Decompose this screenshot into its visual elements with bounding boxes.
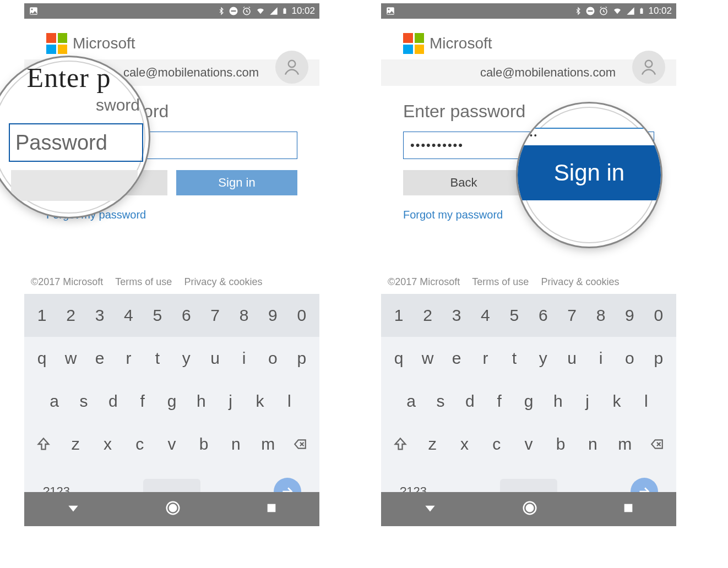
account-email: cale@mobilenations.com [123, 65, 259, 80]
account-row: cale@mobilenations.com [381, 59, 676, 86]
key-2[interactable]: 2 [56, 299, 85, 331]
key-b[interactable]: b [188, 428, 220, 460]
key-r[interactable]: r [114, 342, 143, 374]
signal-icon [269, 7, 278, 15]
backspace-key[interactable] [641, 430, 673, 458]
key-q[interactable]: q [384, 342, 413, 374]
key-q[interactable]: q [28, 342, 56, 374]
nav-back-icon[interactable] [423, 501, 437, 517]
forgot-password-link[interactable]: Forgot my password [403, 209, 503, 221]
key-y[interactable]: y [172, 342, 200, 374]
key-c[interactable]: c [124, 428, 156, 460]
key-m[interactable]: m [252, 428, 284, 460]
key-6[interactable]: 6 [529, 299, 557, 331]
key-c[interactable]: c [481, 428, 513, 460]
key-1[interactable]: 1 [384, 299, 413, 331]
key-n[interactable]: n [220, 428, 252, 460]
nav-home-icon[interactable] [521, 500, 538, 518]
key-g[interactable]: g [157, 385, 186, 417]
key-f[interactable]: f [485, 385, 514, 417]
nav-back-icon[interactable] [66, 501, 80, 517]
key-k[interactable]: k [245, 385, 274, 417]
key-1[interactable]: 1 [28, 299, 56, 331]
key-2[interactable]: 2 [413, 299, 442, 331]
footer-privacy-link[interactable]: Privacy & cookies [541, 276, 619, 288]
key-w[interactable]: w [413, 342, 442, 374]
back-button[interactable]: Back [403, 170, 524, 195]
key-n[interactable]: n [577, 428, 609, 460]
key-g[interactable]: g [514, 385, 543, 417]
key-x[interactable]: x [91, 428, 123, 460]
key-h[interactable]: h [187, 385, 216, 417]
key-z[interactable]: z [59, 428, 91, 460]
key-y[interactable]: y [529, 342, 557, 374]
key-p[interactable]: p [644, 342, 673, 374]
key-v[interactable]: v [156, 428, 188, 460]
key-8[interactable]: 8 [230, 299, 258, 331]
key-u[interactable]: u [200, 342, 229, 374]
key-a[interactable]: a [396, 385, 426, 417]
key-9[interactable]: 9 [615, 299, 644, 331]
status-bar: 10:02 [24, 3, 319, 19]
shift-key[interactable] [28, 430, 59, 458]
nav-recent-icon[interactable] [622, 502, 634, 516]
key-v[interactable]: v [513, 428, 545, 460]
key-e[interactable]: e [442, 342, 471, 374]
key-3[interactable]: 3 [85, 299, 114, 331]
key-5[interactable]: 5 [143, 299, 172, 331]
key-f[interactable]: f [128, 385, 157, 417]
key-e[interactable]: e [85, 342, 114, 374]
key-k[interactable]: k [602, 385, 631, 417]
key-z[interactable]: z [416, 428, 448, 460]
svg-rect-17 [641, 8, 642, 9]
footer-terms-link[interactable]: Terms of use [115, 276, 172, 288]
key-9[interactable]: 9 [258, 299, 287, 331]
key-d[interactable]: d [99, 385, 128, 417]
key-h[interactable]: h [544, 385, 573, 417]
key-j[interactable]: j [216, 385, 245, 417]
key-l[interactable]: l [275, 385, 304, 417]
nav-recent-icon[interactable] [265, 502, 278, 516]
key-7[interactable]: 7 [200, 299, 229, 331]
status-bar: 10:02 [381, 3, 676, 19]
shift-key[interactable] [384, 430, 416, 458]
key-4[interactable]: 4 [114, 299, 143, 331]
key-4[interactable]: 4 [471, 299, 499, 331]
keyboard-row-3: z x c v b n m [24, 423, 319, 466]
key-o[interactable]: o [258, 342, 287, 374]
key-m[interactable]: m [609, 428, 641, 460]
key-s[interactable]: s [426, 385, 455, 417]
footer-terms-link[interactable]: Terms of use [472, 276, 529, 288]
key-i[interactable]: i [230, 342, 258, 374]
key-u[interactable]: u [557, 342, 586, 374]
keyboard: 1 2 3 4 5 6 7 8 9 0 q w e r t y u i o p … [24, 294, 319, 492]
key-0[interactable]: 0 [644, 299, 673, 331]
key-s[interactable]: s [69, 385, 98, 417]
signin-button[interactable]: Sign in [176, 170, 297, 195]
nav-home-icon[interactable] [165, 500, 181, 518]
key-o[interactable]: o [615, 342, 644, 374]
key-j[interactable]: j [573, 385, 602, 417]
key-w[interactable]: w [56, 342, 85, 374]
key-t[interactable]: t [500, 342, 529, 374]
key-a[interactable]: a [40, 385, 69, 417]
key-0[interactable]: 0 [287, 299, 316, 331]
microsoft-logo-icon [403, 33, 424, 54]
signal-icon [626, 7, 635, 15]
key-b[interactable]: b [545, 428, 577, 460]
key-d[interactable]: d [455, 385, 485, 417]
key-7[interactable]: 7 [557, 299, 586, 331]
backspace-key[interactable] [284, 430, 316, 458]
key-p[interactable]: p [287, 342, 316, 374]
key-6[interactable]: 6 [172, 299, 200, 331]
key-i[interactable]: i [586, 342, 615, 374]
key-3[interactable]: 3 [442, 299, 471, 331]
key-t[interactable]: t [143, 342, 172, 374]
key-r[interactable]: r [471, 342, 499, 374]
key-5[interactable]: 5 [500, 299, 529, 331]
brand-name: Microsoft [73, 35, 135, 52]
footer-privacy-link[interactable]: Privacy & cookies [184, 276, 262, 288]
key-x[interactable]: x [448, 428, 480, 460]
key-8[interactable]: 8 [586, 299, 615, 331]
key-l[interactable]: l [632, 385, 661, 417]
